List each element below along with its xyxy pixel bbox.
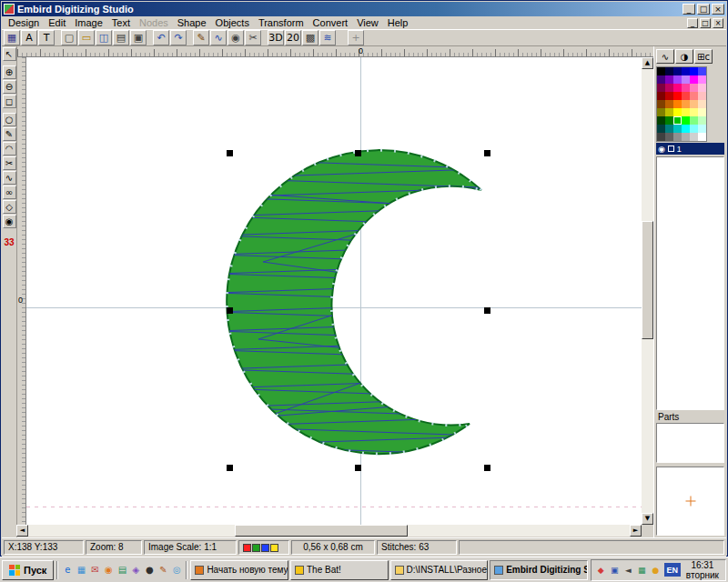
palette-color-cell[interactable] — [682, 116, 690, 125]
palette-color-cell[interactable] — [682, 100, 690, 108]
redo-button[interactable]: ↷ — [170, 30, 187, 45]
palette-color-cell[interactable] — [657, 100, 665, 108]
palette-color-cell[interactable] — [665, 92, 673, 100]
palette-color-cell[interactable] — [673, 75, 682, 84]
menu-text[interactable]: Text — [107, 17, 135, 28]
arc-tool[interactable]: ◠ — [3, 142, 16, 156]
menu-transform[interactable]: Transform — [254, 17, 308, 28]
split-button[interactable]: ✂ — [245, 30, 261, 45]
palette-color-cell[interactable] — [690, 133, 698, 141]
horizontal-scrollbar[interactable]: ◄ ► — [16, 525, 642, 537]
scroll-left-icon[interactable]: ◄ — [16, 525, 28, 537]
palette-color-cell[interactable] — [690, 67, 698, 75]
palette-color-cell[interactable] — [690, 75, 698, 84]
palette-color-cell[interactable] — [673, 116, 682, 125]
menu-design[interactable]: Design — [4, 17, 44, 28]
task-explorer-embird[interactable]: D:\INSTALL\Разное\Embird — [390, 560, 489, 580]
palette-color-cell[interactable] — [673, 100, 682, 108]
menu-edit[interactable]: Edit — [44, 17, 70, 28]
language-indicator[interactable]: EN — [664, 563, 681, 577]
tray-scheduler-icon[interactable]: ● — [650, 564, 662, 576]
task-embird-studio[interactable]: Embird Digitizing Stud... — [490, 560, 588, 580]
quicklaunch-cd[interactable]: ◎ — [170, 563, 183, 577]
palette-color-cell[interactable] — [657, 108, 665, 116]
palette-color-cell[interactable] — [698, 116, 706, 125]
scroll-down-icon[interactable]: ▼ — [642, 513, 653, 525]
task-the-bat[interactable]: The Bat! — [290, 560, 389, 580]
minimize-button[interactable]: _ — [682, 4, 695, 15]
curve-button[interactable]: ∿ — [210, 30, 227, 45]
palette-color-cell[interactable] — [673, 67, 682, 75]
design-hoop-button[interactable]: ▦ — [4, 30, 20, 45]
palette-color-cell[interactable] — [698, 67, 706, 75]
menu-shape[interactable]: Shape — [173, 17, 211, 28]
maximize-button[interactable]: □ — [697, 4, 710, 15]
palette-color-cell[interactable] — [690, 100, 698, 108]
palette-color-cell[interactable] — [673, 133, 682, 141]
palette-color-cell[interactable] — [657, 116, 665, 125]
select-tool[interactable]: ↖ — [3, 47, 16, 61]
lettering-t-button[interactable]: T — [38, 30, 55, 45]
palette-color-cell[interactable] — [698, 75, 706, 84]
palette-color-cell[interactable] — [682, 84, 690, 92]
node-edit-button[interactable]: ◉ — [228, 30, 244, 45]
selection-handle-bottom-left[interactable] — [227, 465, 233, 471]
palette-color-cell[interactable] — [665, 133, 673, 141]
palette-color-cell[interactable] — [682, 75, 690, 84]
palette-color-cell[interactable] — [690, 116, 698, 125]
quicklaunch-doc[interactable]: ▤ — [116, 563, 128, 577]
vertical-scrollbar[interactable]: ▲ ▼ — [642, 57, 653, 525]
thread-catalog-button[interactable]: ⊞c — [694, 49, 713, 64]
ellipse-tool[interactable]: ○ — [3, 113, 16, 126]
view-3d-button[interactable]: 3D — [268, 30, 284, 45]
freehand-tool[interactable]: ✎ — [3, 127, 16, 141]
palette-color-cell[interactable] — [657, 133, 665, 141]
position-preview[interactable] — [656, 467, 724, 536]
selection-handle-top-right[interactable] — [484, 150, 490, 156]
quicklaunch-paint[interactable]: ✎ — [157, 563, 169, 577]
palette-color-cell[interactable] — [698, 92, 706, 100]
mdi-minimize-button[interactable]: _ — [687, 18, 698, 28]
selection-handle-top-mid[interactable] — [355, 150, 361, 156]
mdi-restore-button[interactable]: □ — [700, 18, 711, 28]
palette-color-cell[interactable] — [657, 75, 665, 84]
quicklaunch-tool[interactable]: ◈ — [129, 563, 142, 577]
palette-color-cell[interactable] — [682, 67, 690, 75]
quicklaunch-mail[interactable]: ✉ — [88, 563, 101, 577]
palette-color-cell[interactable] — [690, 84, 698, 92]
palette-color-cell[interactable] — [673, 125, 682, 133]
start-button[interactable]: Пуск — [2, 560, 54, 580]
tray-antivirus-icon[interactable]: ◆ — [595, 564, 607, 576]
menu-nodes[interactable]: Nodes — [135, 17, 173, 28]
stitch-density-button[interactable]: 20 — [285, 30, 301, 45]
knife-tool[interactable]: ✂ — [3, 156, 16, 170]
status-swatch[interactable] — [261, 544, 269, 552]
menu-help[interactable]: Help — [383, 17, 413, 28]
tray-volume-icon[interactable]: ◄ — [622, 564, 634, 576]
status-swatch[interactable] — [270, 544, 278, 552]
palette-color-cell[interactable] — [657, 67, 665, 75]
object-list[interactable] — [656, 156, 724, 410]
palette-color-cell[interactable] — [665, 67, 673, 75]
loop-tool[interactable]: ∞ — [3, 186, 16, 199]
palette-color-cell[interactable] — [682, 133, 690, 141]
menu-objects[interactable]: Objects — [211, 17, 254, 28]
palette-color-cell[interactable] — [698, 100, 706, 108]
selection-handle-mid-right[interactable] — [484, 307, 490, 314]
palette-color-cell[interactable] — [657, 84, 665, 92]
parts-list[interactable] — [656, 423, 724, 463]
selection-handle-bottom-right[interactable] — [484, 465, 490, 471]
palette-color-cell[interactable] — [673, 108, 682, 116]
close-button[interactable]: × — [712, 4, 724, 15]
palette-color-cell[interactable] — [682, 125, 690, 133]
design-canvas[interactable] — [26, 57, 642, 525]
palette-color-cell[interactable] — [698, 125, 706, 133]
menu-view[interactable]: View — [352, 17, 383, 28]
palette-color-cell[interactable] — [665, 84, 673, 92]
quicklaunch-browser[interactable]: e — [61, 563, 74, 577]
polygon-tool[interactable]: ◇ — [3, 200, 16, 214]
selection-handle-top-left[interactable] — [227, 150, 233, 156]
palette-color-cell[interactable] — [698, 133, 706, 141]
tray-network-icon[interactable]: ▦ — [636, 564, 648, 576]
task-forum[interactable]: Начать новую тему :: В... — [190, 560, 288, 580]
